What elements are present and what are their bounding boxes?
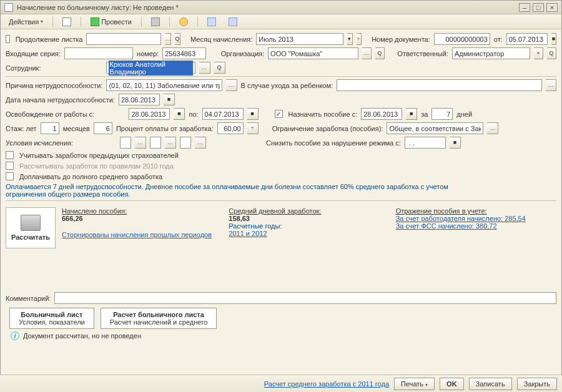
info-icon: i [11,331,19,340]
calculator-icon [21,215,41,231]
close-button[interactable]: × [546,3,558,12]
off-to-cal[interactable]: ■ [247,108,259,120]
new-doc-icon[interactable] [58,16,76,28]
child-pick[interactable]: … [546,79,556,91]
series-field[interactable] [64,47,133,59]
reduce-cal[interactable]: ■ [450,137,461,149]
topup-checkbox[interactable] [6,172,14,180]
limit-label: Ограничение заработка (пособия): [272,125,383,132]
days-label: дней [456,110,472,118]
month-spin[interactable]: ÷ [357,33,362,45]
from-label: от: [494,36,503,43]
assign-date[interactable] [361,108,402,120]
resp-label: Ответственный: [397,50,448,57]
cond3[interactable] [180,137,191,149]
close-footer-button[interactable]: Закрыть [517,378,557,390]
org-pick[interactable]: … [362,47,372,59]
off-to-date[interactable] [202,108,244,120]
reason-pick[interactable]: … [226,79,237,91]
continuation-checkbox[interactable] [6,35,10,43]
emp-search[interactable]: Q [214,62,225,74]
print-icon[interactable] [147,16,164,28]
days-field[interactable] [431,108,453,120]
emp-field[interactable]: Крюков Анатолий Владимиро [106,62,195,74]
pct-spin[interactable]: ÷ [247,122,259,134]
off-from-cal[interactable]: ■ [174,108,185,120]
years-label: Расчетные годы: [229,222,389,230]
rules2010-checkbox [6,162,14,170]
from-date[interactable] [506,33,548,45]
actions-menu[interactable]: Действия▾ [4,16,47,27]
limit-field[interactable] [387,122,483,134]
resp-search[interactable]: Q [547,47,556,59]
reason-field[interactable] [106,79,222,91]
print-button[interactable]: Печать ▾ [394,378,435,390]
cond1-pick[interactable]: … [135,137,146,149]
avg-header: Средний дневной заработок: [229,207,389,215]
assign-cal[interactable]: ■ [406,108,417,120]
post-button[interactable]: Провести [86,16,136,28]
child-label: В случае ухода за ребенком: [241,82,333,89]
resp-field[interactable] [452,47,530,59]
rules2010-label: Рассчитывать заработок по правилам 2010 … [19,162,174,170]
ok-button[interactable]: OK [440,378,464,390]
off-label: Освобождение от работы с: [6,110,94,118]
calc-note: Оплачивается 7 дней нетрудоспособности. … [6,183,468,198]
cond2-pick[interactable]: … [165,137,176,149]
docnum-label: Номер документа: [372,36,430,43]
child-field[interactable] [337,79,542,91]
prev-ins-label: Учитывать заработок предыдущих страховат… [19,152,179,159]
series-label: Входящие серия: [6,50,61,57]
docnum-field[interactable] [434,33,490,45]
resp-clear[interactable]: × [534,47,543,59]
continuation-pick[interactable]: … [165,33,171,45]
reduce-date[interactable] [405,137,446,149]
fss-link[interactable]: За счет ФСС начислено: 380,72 [396,222,556,230]
org-label: Организация: [221,50,264,57]
more-icon-2[interactable] [224,16,242,28]
save-button[interactable]: Записать [469,378,512,390]
continuation-search[interactable]: Q [175,33,180,45]
org-search[interactable]: Q [375,47,385,59]
help-icon[interactable] [175,16,192,28]
prev-ins-checkbox[interactable] [6,151,14,159]
cond1[interactable] [120,137,131,149]
topup-label: Доплачивать до полного среднего заработк… [19,173,162,180]
from-date-cal[interactable]: ■ [551,33,556,45]
tab-calc[interactable]: Расчет больничного листаРасчет начислени… [101,308,217,329]
maximize-button[interactable]: □ [533,3,544,12]
months-field[interactable] [94,122,112,134]
pct-label: Процент оплаты от заработка: [116,125,214,132]
cond2[interactable] [150,137,161,149]
org-field[interactable] [268,47,358,59]
start-date[interactable] [119,94,160,105]
pct-field[interactable] [217,122,244,134]
continuation-field[interactable] [86,33,161,45]
calc2011-link[interactable]: Расчет среднего заработка с 2011 года [264,380,389,388]
years-field[interactable] [41,122,59,134]
to-label: по: [189,110,198,118]
tab-sick-leave[interactable]: Больничный листУсловия, показатели [9,308,94,329]
storno-link[interactable]: Сторнированы начисления прошлых периодов [62,231,222,238]
num-field[interactable] [162,47,206,59]
off-from-date[interactable] [129,108,170,120]
start-cal[interactable]: ■ [164,94,175,105]
comment-label: Комментарий: [6,295,51,302]
employer-link[interactable]: За счет работодателя начислено: 285,54 [396,215,556,222]
comment-field[interactable] [54,292,556,304]
month-drop[interactable]: ▾ [347,33,352,45]
assign-label: Назначить пособие с: [288,110,358,118]
continuation-label: Продолжение листка [16,36,83,43]
emp-pick[interactable]: … [199,62,210,74]
calc-button[interactable]: Рассчитать [6,207,56,248]
months-label: месяцев [63,125,90,132]
more-icon-1[interactable] [203,16,220,28]
cond3-pick[interactable]: … [195,137,206,149]
accrued-value: 666,26 [62,215,83,222]
minimize-button[interactable]: – [519,3,530,12]
month-field[interactable] [256,33,343,45]
limit-pick[interactable]: … [487,122,498,134]
years-link[interactable]: 2011 и 2012 [229,230,389,237]
reduce-label: Снизить пособие за нарушение режима с: [266,139,401,147]
assign-checkbox[interactable]: ✓ [275,110,283,118]
